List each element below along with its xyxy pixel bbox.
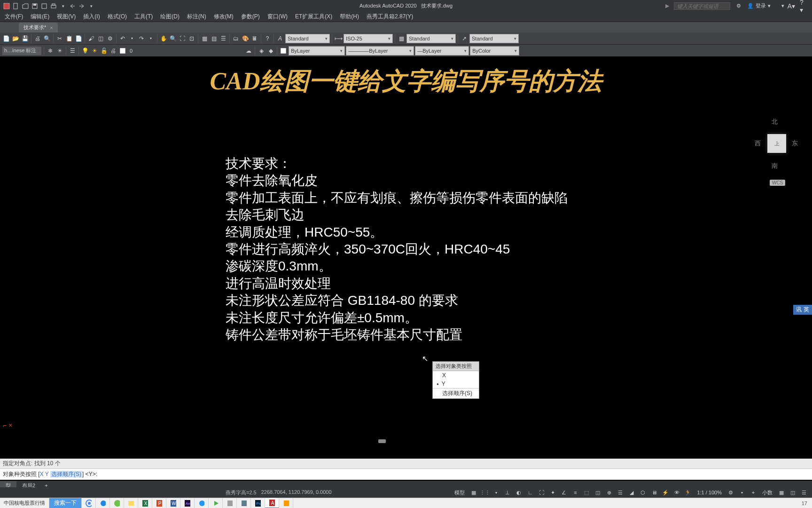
scale-text[interactable]: 1:1 / 100% bbox=[695, 490, 724, 495]
powerpoint-icon[interactable]: P bbox=[152, 498, 166, 508]
text-line[interactable]: 未注形状公差应符合 GB1184-80 的要求 bbox=[226, 292, 568, 309]
workspace-icon[interactable]: ⬡ bbox=[639, 488, 647, 497]
open-icon[interactable] bbox=[22, 2, 29, 10]
text-line[interactable]: 零件加工表面上，不应有划痕、擦伤等损伤零件表面的缺陷 bbox=[226, 190, 568, 206]
autocad-logo-icon[interactable] bbox=[3, 2, 10, 10]
plotstyle-dropdown[interactable]: ByColor bbox=[470, 46, 519, 56]
model-button[interactable]: 模型 bbox=[453, 489, 467, 496]
login-button[interactable]: 👤 登录 ▾ bbox=[747, 2, 771, 9]
lineweight-icon[interactable]: ≡ bbox=[571, 488, 579, 497]
help-icon[interactable]: ? ▾ bbox=[800, 2, 807, 10]
quick-props-icon[interactable]: ☰ bbox=[616, 488, 625, 497]
viewcube-north[interactable]: 北 bbox=[772, 118, 778, 126]
table-icon[interactable]: ▦ bbox=[200, 34, 209, 43]
context-option-x[interactable]: X bbox=[433, 371, 479, 380]
table-style-dropdown[interactable]: Standard bbox=[406, 34, 456, 43]
text-line[interactable]: 进行高温时效处理 bbox=[226, 275, 568, 292]
redo-icon[interactable]: ↷ bbox=[137, 34, 146, 43]
context-option-order[interactable]: 选择顺序(S) bbox=[433, 389, 479, 398]
text-line[interactable]: 未注长度尺寸允许偏差±0.5mm。 bbox=[226, 310, 568, 326]
color-dropdown[interactable]: ByLayer bbox=[289, 46, 345, 56]
monitor-icon[interactable]: 🖥 bbox=[650, 488, 658, 497]
autocad-icon[interactable]: A bbox=[265, 498, 279, 508]
text-style-dropdown[interactable]: Standard bbox=[285, 34, 330, 43]
layer-off-icon[interactable]: ☁ bbox=[244, 47, 253, 55]
app-icon[interactable] bbox=[279, 498, 293, 508]
viewcube[interactable]: 北 南 东 西 上 WCS bbox=[751, 118, 798, 179]
layout-icon[interactable]: ◫ bbox=[789, 488, 797, 497]
open-icon[interactable]: 📂 bbox=[11, 34, 20, 43]
mleader-style-dropdown[interactable]: Standard bbox=[469, 34, 519, 43]
menu-view[interactable]: 视图(V) bbox=[53, 12, 79, 22]
word-icon[interactable]: W bbox=[166, 498, 180, 508]
hardware-icon[interactable]: ⚡ bbox=[661, 488, 670, 497]
menu-help[interactable]: 帮助(H) bbox=[336, 12, 363, 22]
context-option-y[interactable]: Y bbox=[433, 380, 479, 388]
block-icon[interactable]: ◫ bbox=[96, 34, 105, 43]
text-line[interactable]: 铸件公差带对称于毛坯铸件基本尺寸配置 bbox=[226, 326, 568, 343]
ime-badge[interactable]: 讯英 bbox=[793, 305, 812, 315]
menu-dimension[interactable]: 标注(N) bbox=[183, 12, 210, 22]
text-style-icon[interactable]: A bbox=[276, 34, 284, 43]
scrollbar-thumb[interactable] bbox=[378, 439, 386, 443]
viewcube-east[interactable]: 东 bbox=[792, 139, 798, 148]
taskbar-search[interactable]: 搜索一下 bbox=[49, 498, 82, 508]
copy-icon[interactable]: 📋 bbox=[65, 34, 73, 43]
text-line[interactable]: 去除毛刺飞边 bbox=[226, 206, 568, 223]
save-as-icon[interactable] bbox=[40, 2, 48, 10]
cart-icon[interactable]: ▾ bbox=[775, 2, 783, 10]
color-icon[interactable] bbox=[279, 47, 288, 55]
layer-states-icon[interactable]: ☀ bbox=[55, 47, 64, 55]
plus-icon[interactable]: + bbox=[749, 488, 757, 497]
new-icon[interactable]: 📄 bbox=[2, 34, 10, 43]
calc-icon[interactable]: 🖩 bbox=[250, 34, 259, 43]
gear-icon[interactable]: ⚙ bbox=[726, 488, 735, 497]
chevron-down-icon[interactable]: ▾ bbox=[128, 34, 136, 43]
chevron-down-icon[interactable]: ▾ bbox=[492, 488, 500, 497]
selection-cycling-icon[interactable]: ◫ bbox=[593, 488, 602, 497]
menu-draw[interactable]: 绘图(D) bbox=[156, 12, 183, 22]
menu-insert[interactable]: 插入(I) bbox=[79, 12, 103, 22]
cut-icon[interactable]: ✂ bbox=[55, 34, 64, 43]
play-icon[interactable] bbox=[209, 498, 223, 508]
ae-icon[interactable]: Ae bbox=[180, 498, 195, 508]
osnap-icon[interactable]: ⛶ bbox=[537, 488, 546, 497]
match-icon[interactable]: 🖌 bbox=[87, 34, 95, 43]
menu-et[interactable]: ET扩展工具(X) bbox=[291, 12, 336, 22]
save-icon[interactable]: 💾 bbox=[21, 34, 29, 43]
zoom-window-icon[interactable]: ⛶ bbox=[178, 34, 187, 43]
viewcube-south[interactable]: 南 bbox=[772, 162, 778, 170]
command-prompt[interactable]: 对象种类按照 [X Y 选择顺序(S)] <Y>: bbox=[0, 469, 812, 480]
menu-yanxiu[interactable]: 燕秀工具箱2.87(Y) bbox=[363, 12, 417, 22]
app-icon[interactable]: A▾ bbox=[788, 2, 795, 10]
isolate-icon[interactable]: 👁 bbox=[672, 488, 681, 497]
excel-icon[interactable]: X bbox=[138, 498, 152, 508]
menu-edit[interactable]: 编辑(E) bbox=[27, 12, 53, 22]
color-swatch-icon[interactable] bbox=[118, 47, 127, 55]
search-input[interactable] bbox=[674, 2, 730, 10]
paste-icon[interactable]: 📄 bbox=[74, 34, 83, 43]
search-option-icon[interactable]: ⚙ bbox=[735, 2, 742, 10]
layer-iso-icon[interactable]: ◈ bbox=[257, 47, 265, 55]
media-icon[interactable] bbox=[195, 498, 209, 508]
layer-dropdown[interactable]: h…inese 标注 bbox=[2, 46, 42, 56]
sun-icon[interactable]: ☀ bbox=[90, 47, 99, 55]
zoom-icon[interactable]: 🔍 bbox=[169, 34, 177, 43]
pan-icon[interactable]: ✋ bbox=[159, 34, 168, 43]
3dosnap-icon[interactable]: ✦ bbox=[548, 488, 557, 497]
menu-modify[interactable]: 修改(M) bbox=[210, 12, 237, 22]
redo-icon[interactable] bbox=[78, 2, 86, 10]
chevron-down-icon[interactable]: ▾ bbox=[147, 34, 155, 43]
zoom-extents-icon[interactable]: ⊡ bbox=[187, 34, 196, 43]
sheet-icon[interactable]: ▤ bbox=[210, 34, 218, 43]
browser-icon[interactable] bbox=[110, 498, 124, 508]
print-icon[interactable] bbox=[50, 2, 57, 10]
save-icon[interactable] bbox=[31, 2, 39, 10]
print-icon[interactable]: 🖨 bbox=[33, 34, 42, 43]
undo-icon[interactable]: ↶ bbox=[118, 34, 127, 43]
text-line[interactable]: 零件去除氧化皮 bbox=[226, 172, 568, 189]
iso-icon[interactable]: ∟ bbox=[526, 488, 534, 497]
menu-parametric[interactable]: 参数(P) bbox=[237, 12, 264, 22]
chrome-icon[interactable] bbox=[82, 498, 96, 508]
help-icon[interactable]: ? bbox=[263, 34, 272, 43]
